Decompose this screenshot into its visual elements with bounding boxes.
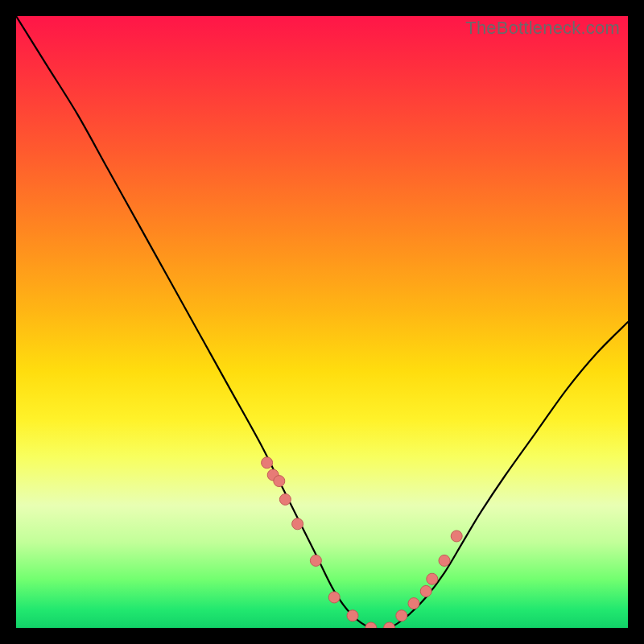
highlight-dot <box>451 530 462 542</box>
highlight-dot <box>384 622 395 628</box>
highlight-dot <box>279 493 291 505</box>
highlight-dot <box>408 598 419 609</box>
highlighted-dots-group <box>262 457 463 628</box>
bottleneck-chart-svg <box>16 16 628 628</box>
highlight-dot <box>274 476 285 487</box>
highlight-dot <box>427 573 438 584</box>
highlight-dot <box>292 518 303 530</box>
highlight-dot <box>347 610 358 621</box>
bottleneck-curve <box>16 16 628 628</box>
plot-area: TheBottleneck.com <box>16 16 628 628</box>
highlight-dot <box>420 585 431 597</box>
highlight-dot <box>262 457 273 469</box>
highlight-dot <box>439 555 450 566</box>
highlight-dot <box>365 622 377 628</box>
highlight-dot <box>328 592 340 603</box>
highlight-dot <box>396 610 407 621</box>
highlight-dot <box>310 555 321 566</box>
chart-frame: TheBottleneck.com <box>0 0 644 644</box>
